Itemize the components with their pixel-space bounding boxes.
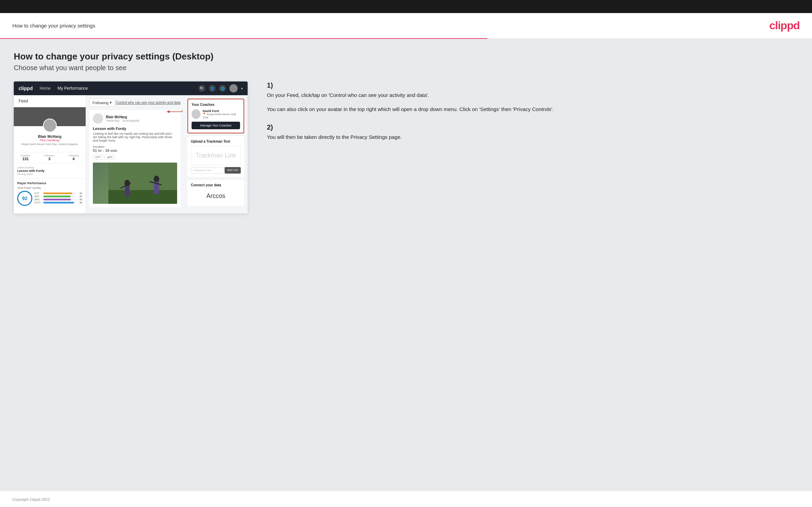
- profile-stats: Activities 131 Followers 3 Following 4: [14, 152, 86, 163]
- quality-bars: OTT 90 APP 85 ARG: [34, 192, 82, 205]
- trackman-card: Upload a Trackman Test Trackman Link Tra…: [187, 136, 244, 177]
- user-icon[interactable]: 👤: [209, 85, 216, 92]
- step1-text-1: On your Feed, click/tap on 'Control who …: [267, 91, 791, 99]
- svg-rect-3: [125, 186, 130, 196]
- app-body: Feed Blair McHarg Plus Handicap Royal No…: [14, 95, 248, 213]
- latest-activity: Latest Activity Lesson with Fordy 03 Aug…: [14, 163, 86, 179]
- step2-text: You will then be taken directly to the P…: [267, 133, 791, 141]
- stat-followers-value: 3: [44, 157, 55, 161]
- tag-ott: OTT: [93, 155, 103, 160]
- bar-putt: PUTT 96: [34, 201, 82, 204]
- site-header: How to change your privacy settings clip…: [0, 13, 812, 38]
- app-sidebar: Feed Blair McHarg Plus Handicap Royal No…: [14, 95, 86, 213]
- nav-my-performance[interactable]: My Performance: [57, 86, 88, 91]
- post-author-avatar: [93, 113, 103, 124]
- trackman-placeholder: Trackman Link: [191, 146, 241, 165]
- coaches-title: Your Coaches: [192, 103, 240, 107]
- app-logo: clippd: [19, 86, 33, 91]
- page-heading: How to change your privacy settings (Des…: [14, 51, 798, 62]
- search-icon[interactable]: 🔍: [198, 85, 205, 92]
- svg-rect-1: [108, 190, 177, 204]
- globe-icon[interactable]: 🌐: [219, 85, 226, 92]
- content-layout: clippd Home My Performance 🔍 👤 🌐 ▾ Feed: [14, 81, 798, 213]
- stat-following-label: Following: [68, 154, 79, 157]
- latest-activity-date: 03 Aug 2022: [17, 173, 82, 176]
- svg-point-5: [154, 176, 159, 183]
- app-screenshot: clippd Home My Performance 🔍 👤 🌐 ▾ Feed: [14, 81, 248, 213]
- app-feed-area: Following ▾ Control who can see your act…: [86, 95, 184, 213]
- stat-following-value: 4: [68, 157, 79, 161]
- following-button[interactable]: Following ▾: [89, 99, 115, 107]
- instruction-step1: 1) On your Feed, click/tap on 'Control w…: [267, 81, 791, 113]
- page-breadcrumb: How to change your privacy settings: [12, 23, 95, 29]
- avatar-chevron-icon: ▾: [241, 87, 243, 90]
- app-right-panel: Your Coaches David Ford 📍 Royal North De…: [184, 95, 248, 213]
- instructions-panel: 1) On your Feed, click/tap on 'Control w…: [260, 81, 798, 152]
- step1-text-2: You can also click on your avatar in the…: [267, 106, 791, 113]
- site-footer: Copyright Clippd 2022: [0, 491, 812, 507]
- feed-header: Following ▾ Control who can see your act…: [89, 99, 181, 107]
- quality-circle: 92: [17, 191, 32, 206]
- footer-text: Copyright Clippd 2022: [12, 497, 50, 502]
- nav-home[interactable]: Home: [40, 86, 51, 91]
- clippd-logo: clippd: [769, 19, 800, 32]
- stat-activities: Activities 131: [21, 154, 30, 161]
- latest-activity-name: Lesson with Fordy: [17, 169, 82, 173]
- post-date: Yesterday · Sunningdale: [106, 119, 139, 122]
- player-performance: Player Performance Total Player Quality …: [14, 179, 86, 209]
- connect-title: Connect your data: [191, 183, 241, 187]
- post-duration: Duration 01 hr : 30 min: [93, 145, 177, 153]
- profile-club: Royal North Devon Golf Club, United King…: [17, 143, 82, 146]
- coach-club: 📍 Royal North Devon Golf Club: [203, 113, 240, 119]
- profile-banner: [14, 107, 86, 126]
- connect-card: Connect your data Arccos: [187, 180, 244, 206]
- pin-icon: 📍: [203, 113, 206, 116]
- stat-followers-label: Followers: [44, 154, 55, 157]
- post-body: Looking to feel like my hands are exitin…: [93, 132, 177, 142]
- quality-label: Total Player Quality: [17, 186, 82, 189]
- profile-avatar: [43, 119, 57, 132]
- perf-title: Player Performance: [17, 181, 82, 185]
- post-author-name: Blair McHarg: [106, 115, 139, 119]
- stat-following: Following 4: [68, 154, 79, 161]
- page-subheading: Choose what you want people to see: [14, 64, 798, 72]
- add-link-button[interactable]: Add Link: [225, 167, 241, 174]
- latest-label: Latest Activity: [17, 166, 82, 169]
- coach-avatar: [192, 109, 201, 119]
- stat-followers: Followers 3: [44, 154, 55, 161]
- privacy-control-link[interactable]: Control who can see your activity and da…: [116, 101, 181, 104]
- post-title: Lesson with Fordy: [93, 126, 177, 131]
- post-card: Blair McHarg Yesterday · Sunningdale Les…: [89, 110, 181, 207]
- trackman-title: Upload a Trackman Test: [191, 140, 241, 143]
- step2-number: 2): [267, 123, 791, 131]
- step1-number: 1): [267, 81, 791, 89]
- top-bar: [0, 0, 812, 13]
- post-image: [93, 163, 177, 204]
- nav-icons: 🔍 👤 🌐 ▾: [198, 84, 243, 92]
- bar-ott: OTT 90: [34, 192, 82, 195]
- quality-row: 92 OTT 90 APP 85: [17, 191, 82, 206]
- bar-arg: ARG 86: [34, 198, 82, 201]
- post-header: Blair McHarg Yesterday · Sunningdale: [93, 113, 177, 124]
- stat-activities-value: 131: [21, 157, 30, 161]
- trackman-input-row: Trackman Link Add Link: [191, 167, 241, 174]
- coach-name: David Ford: [203, 109, 240, 113]
- feed-tab[interactable]: Feed: [14, 95, 86, 107]
- app-navbar: clippd Home My Performance 🔍 👤 🌐 ▾: [14, 81, 248, 95]
- stat-activities-label: Activities: [21, 154, 30, 157]
- post-tags: OTT APP: [93, 155, 177, 160]
- profile-name: Blair McHarg: [17, 134, 82, 139]
- main-content: How to change your privacy settings (Des…: [0, 39, 812, 491]
- profile-handicap: Plus Handicap: [17, 139, 82, 142]
- user-avatar-nav[interactable]: [229, 84, 238, 92]
- manage-coaches-button[interactable]: Manage Your Coaches: [192, 122, 240, 129]
- bar-app: APP 85: [34, 195, 82, 198]
- arccos-logo: Arccos: [191, 190, 241, 202]
- duration-value: 01 hr : 30 min: [93, 148, 117, 153]
- coach-item: David Ford 📍 Royal North Devon Golf Club: [192, 109, 240, 119]
- instruction-step2: 2) You will then be taken directly to th…: [267, 123, 791, 141]
- coaches-card: Your Coaches David Ford 📍 Royal North De…: [187, 99, 244, 133]
- tag-app: APP: [105, 155, 115, 160]
- trackman-link-input[interactable]: Trackman Link: [191, 167, 223, 174]
- post-image-svg: [108, 163, 177, 204]
